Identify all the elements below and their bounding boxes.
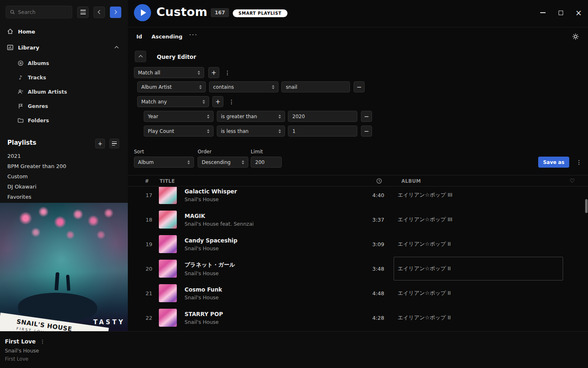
track-number: 22	[140, 315, 152, 321]
divider	[128, 27, 588, 27]
rule-value-input[interactable]	[281, 81, 350, 92]
column-index[interactable]: #	[145, 178, 149, 184]
playlist-item[interactable]: DJ Okawari	[7, 182, 122, 192]
query-editor-collapse-button[interactable]	[135, 51, 146, 62]
select-arrows-icon	[278, 114, 281, 119]
forward-button[interactable]	[110, 7, 121, 18]
column-album[interactable]: ALBUM	[401, 178, 421, 184]
track-album-cell-focused[interactable]: エイリアン☆ポップ II	[394, 257, 563, 280]
now-playing-title: First Love	[5, 338, 36, 345]
query-editor-heading: Query Editor	[157, 54, 196, 60]
save-as-button[interactable]: Save as	[538, 157, 569, 168]
more-options-button[interactable]: ···	[189, 31, 198, 39]
track-number: 18	[140, 217, 152, 223]
library-icon	[7, 44, 13, 51]
minimize-button[interactable]	[540, 9, 546, 16]
limit-input[interactable]	[251, 157, 282, 168]
add-rule-button[interactable]: +	[212, 96, 223, 107]
main-content: Custom 167 SMART PLAYLIST × Id Ascending…	[128, 0, 588, 331]
track-duration: 3:09	[356, 241, 384, 247]
chevron-left-icon	[98, 10, 102, 14]
rule-operator-select[interactable]: is greater than	[217, 111, 285, 122]
player-bar: First Love ⋮ Snail's House First Love 0:…	[0, 331, 588, 368]
sidebar-item-albums[interactable]: Albums	[0, 57, 128, 69]
match-any-select[interactable]: Match any	[137, 96, 209, 107]
search-input[interactable]	[18, 9, 68, 15]
order-select[interactable]: Descending	[198, 157, 248, 168]
table-row[interactable]: 19 Candy SpaceshipSnail's House 3:09 エイリ…	[128, 232, 588, 256]
playlist-options-button[interactable]	[109, 139, 119, 148]
now-playing-menu-button[interactable]: ⋮	[40, 339, 45, 345]
playlist-play-button[interactable]	[134, 4, 151, 21]
table-row[interactable]: 17 Galactic WhisperSnail's House 4:40 エイ…	[128, 187, 588, 207]
track-album-cell[interactable]: エイリアン☆ポップ II	[394, 232, 563, 256]
select-arrows-icon	[278, 129, 281, 133]
sidebar-item-home[interactable]: Home	[0, 25, 128, 38]
heart-icon[interactable]: ♡	[570, 177, 575, 184]
track-album-cell[interactable]: エイリアン☆ポップ III	[394, 208, 563, 231]
playlist-item[interactable]: BPM Greater than 200	[7, 161, 122, 171]
sidebar-item-folders[interactable]: Folders	[0, 114, 128, 126]
track-duration: 3:37	[356, 217, 384, 223]
track-duration: 4:28	[356, 315, 384, 321]
track-album-cell[interactable]: エイリアン☆ポップ II	[394, 306, 563, 330]
add-playlist-button[interactable]: +	[95, 139, 105, 148]
rule-operator-select[interactable]: is less than	[217, 126, 285, 137]
playlist-item[interactable]: Favorites	[7, 192, 122, 202]
scrollbar-thumb[interactable]	[585, 199, 588, 213]
minus-icon: −	[364, 128, 369, 135]
chevron-up-icon[interactable]	[115, 46, 119, 50]
track-number: 20	[140, 266, 152, 272]
table-row[interactable]: 22 STARRY POPSnail's House 4:28 エイリアン☆ポッ…	[128, 305, 588, 330]
menu-button[interactable]	[77, 7, 89, 18]
sort-select[interactable]: Album	[134, 157, 194, 168]
smart-playlist-badge: SMART PLAYLIST	[233, 9, 287, 17]
now-playing-album-art[interactable]: TASTY SNAIL'S HOUSE FIRST LOVE	[0, 203, 128, 331]
select-arrows-icon	[203, 100, 205, 104]
track-title: Candy Spaceship	[185, 237, 356, 244]
sidebar-item-album-artists[interactable]: Album Artists	[0, 85, 128, 98]
search-box[interactable]	[6, 6, 72, 18]
back-button[interactable]	[94, 7, 105, 18]
remove-rule-button[interactable]: −	[354, 81, 365, 92]
rule-operator-select[interactable]: contains	[209, 81, 278, 92]
album-art-thumbnail	[159, 211, 177, 229]
sidebar-item-genres[interactable]: Genres	[0, 100, 128, 112]
track-album-cell[interactable]: エイリアン☆ポップ III	[394, 187, 563, 207]
playlist-item[interactable]: 2021	[7, 151, 122, 161]
table-row[interactable]: 18 MAGIKSnail's House feat. Sennzai 3:37…	[128, 207, 588, 232]
sidebar-item-library[interactable]: Library	[0, 41, 128, 54]
rule-group-menu-button[interactable]: ⋮	[228, 96, 235, 107]
sort-field-control[interactable]: Id	[136, 34, 142, 40]
column-title[interactable]: TITLE	[160, 178, 175, 184]
chevron-right-icon	[113, 10, 117, 14]
rule-value-input[interactable]	[288, 126, 357, 137]
remove-rule-button[interactable]: −	[361, 111, 372, 122]
window-controls: ×	[540, 8, 581, 17]
sidebar-item-tracks[interactable]: ♪ Tracks	[0, 71, 128, 83]
add-rule-button[interactable]: +	[208, 67, 219, 78]
save-menu-button[interactable]: ⋮	[575, 157, 583, 168]
rule-field-select[interactable]: Album Artist	[137, 81, 206, 92]
match-all-select[interactable]: Match all	[134, 67, 204, 78]
clock-icon[interactable]	[376, 178, 382, 184]
rule-field-select[interactable]: Play Count	[144, 126, 214, 137]
playlist-item[interactable]: Custom	[7, 171, 122, 182]
maximize-button[interactable]	[558, 9, 564, 16]
remove-rule-button[interactable]: −	[361, 126, 372, 137]
plus-icon: +	[98, 140, 102, 147]
table-row[interactable]: 20 プラネット・ガールSnail's House 3:48 エイリアン☆ポップ…	[128, 256, 588, 281]
track-album-cell[interactable]: エイリアン☆ポップ II	[394, 281, 563, 305]
rule-group-menu-button[interactable]: ⋮	[224, 67, 231, 78]
table-row[interactable]: 21 Cosmo FunkSnail's House 4:48 エイリアン☆ポッ…	[128, 281, 588, 305]
rule-field-select[interactable]: Year	[144, 111, 214, 122]
rule-value-input[interactable]	[288, 111, 357, 122]
sidebar-item-label: Home	[18, 29, 35, 35]
track-artist: Snail's House	[185, 270, 356, 276]
select-arrows-icon	[198, 71, 200, 75]
now-playing-info: First Love ⋮ Snail's House First Love	[5, 338, 45, 362]
sort-order-control[interactable]: Ascending	[151, 34, 183, 40]
close-button[interactable]: ×	[576, 9, 581, 16]
settings-gear-icon[interactable]	[572, 33, 579, 40]
select-arrows-icon	[199, 85, 202, 89]
